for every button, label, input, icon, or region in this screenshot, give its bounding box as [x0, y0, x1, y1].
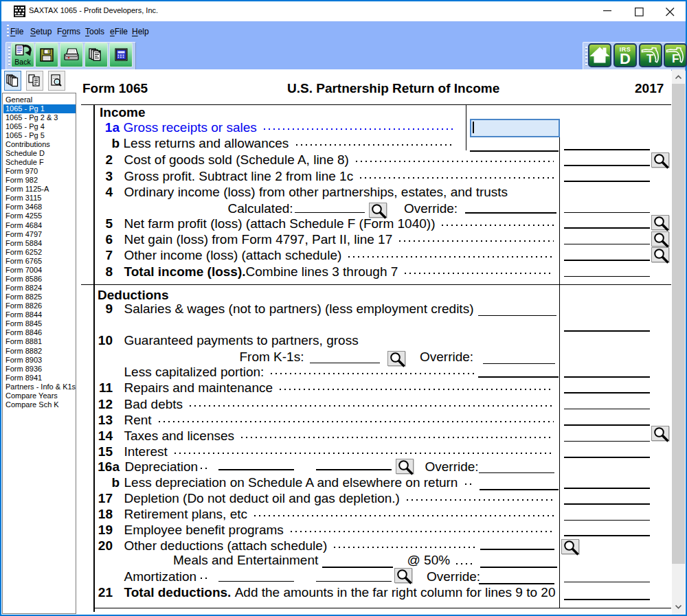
svg-text:T: T — [646, 52, 654, 65]
svg-text:F: F — [672, 52, 679, 65]
